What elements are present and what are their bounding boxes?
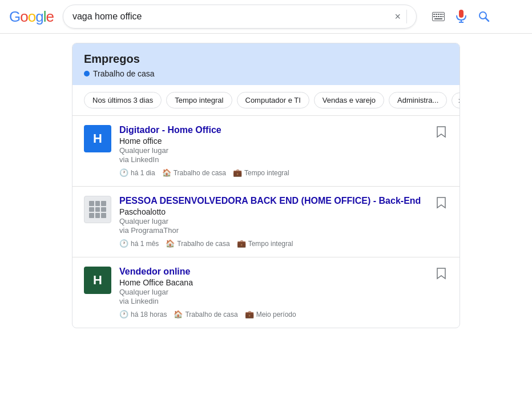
job-title-3[interactable]: Vendedor online	[119, 267, 426, 277]
search-bar: ×	[63, 5, 417, 29]
clock-icon: 🕐	[119, 168, 128, 177]
job-item: H Digitador - Home Office Home office Qu…	[72, 116, 460, 187]
chip-recent[interactable]: Nos últimos 3 dias	[84, 92, 162, 108]
svg-rect-7	[436, 16, 437, 17]
job-contract-text-3: Meio período	[256, 311, 296, 319]
job-via-1: via LinkedIn	[119, 155, 426, 164]
job-worktype-1: 🏠 Trabalho de casa	[162, 168, 226, 177]
chip-sales[interactable]: Vendas e varejo	[314, 92, 384, 108]
job-logo-1: H	[84, 125, 111, 152]
house-icon: 🏠	[162, 168, 171, 177]
clock-icon-2: 🕐	[119, 239, 128, 248]
job-meta-1: 🕐 há 1 dia 🏠 Trabalho de casa 💼 Tempo in…	[119, 168, 426, 177]
chips-next-button[interactable]: ›	[452, 92, 460, 108]
job-contract-1: 💼 Tempo integral	[233, 168, 289, 177]
svg-rect-8	[438, 16, 440, 17]
job-time-text-1: há 1 dia	[131, 169, 155, 177]
bookmark-button-3[interactable]	[434, 267, 448, 280]
job-item-3: H Vendedor online Home Office Bacana Qua…	[72, 257, 460, 328]
job-item-2: PESSOA DESENVOLVEDORA BACK END (HOME OFF…	[72, 187, 460, 257]
svg-rect-1	[433, 14, 435, 15]
results-container: Empregos Trabalho de casa Nos últimos 3 …	[72, 43, 460, 328]
svg-rect-4	[440, 14, 442, 15]
svg-rect-11	[434, 18, 442, 19]
job-location-2: Qualquer lugar	[119, 217, 426, 225]
job-logo-3: H	[84, 267, 111, 294]
blue-dot-icon	[84, 71, 90, 76]
job-location-1: Qualquer lugar	[119, 146, 426, 155]
clear-icon[interactable]: ×	[394, 11, 401, 23]
house-icon-3: 🏠	[174, 310, 183, 319]
job-worktype-text-2: Trabalho de casa	[177, 240, 229, 248]
jobs-subtitle-text: Trabalho de casa	[93, 69, 155, 78]
filter-row: Nos últimos 3 dias Tempo integral Comput…	[72, 85, 460, 116]
bag-icon-3: 💼	[245, 310, 254, 319]
job-company-1: Home office	[119, 136, 426, 146]
svg-line-16	[485, 18, 489, 22]
job-company-3: Home Office Bacana	[119, 278, 426, 287]
jobs-subtitle: Trabalho de casa	[84, 69, 448, 78]
job-worktype-text-3: Trabalho de casa	[185, 311, 237, 319]
header-icons	[430, 9, 492, 25]
google-logo: Google	[9, 8, 54, 26]
job-details-1: Digitador - Home Office Home office Qual…	[119, 125, 426, 177]
job-worktype-3: 🏠 Trabalho de casa	[174, 310, 237, 319]
bag-icon-2: 💼	[237, 239, 246, 248]
job-time-3: 🕐 há 18 horas	[119, 310, 167, 319]
job-contract-text-2: Tempo integral	[248, 240, 293, 248]
chip-admin[interactable]: Administra...	[389, 92, 447, 108]
job-company-2: Paschoalotto	[119, 207, 426, 216]
svg-rect-6	[433, 16, 435, 17]
svg-rect-10	[442, 16, 444, 17]
jobs-card: Empregos Trabalho de casa Nos últimos 3 …	[72, 43, 460, 328]
job-details-3: Vendedor online Home Office Bacana Qualq…	[119, 267, 426, 319]
main: Empregos Trabalho de casa Nos últimos 3 …	[0, 34, 532, 337]
bookmark-button-1[interactable]	[434, 125, 448, 139]
svg-rect-12	[459, 10, 464, 18]
jobs-header: Empregos Trabalho de casa	[72, 43, 460, 85]
jobs-title: Empregos	[84, 53, 448, 66]
job-logo-2	[84, 196, 111, 223]
clock-icon-3: 🕐	[119, 310, 128, 319]
search-input[interactable]	[72, 11, 389, 22]
chip-tech[interactable]: Computador e TI	[237, 92, 309, 108]
bookmark-button-2[interactable]	[434, 196, 448, 209]
search-submit-icon[interactable]	[476, 9, 492, 25]
job-contract-2: 💼 Tempo integral	[237, 239, 293, 248]
job-contract-text-1: Tempo integral	[244, 169, 289, 177]
job-worktype-2: 🏠 Trabalho de casa	[166, 239, 229, 248]
keyboard-icon[interactable]	[430, 9, 446, 25]
job-contract-3: 💼 Meio período	[245, 310, 296, 319]
job-time-1: 🕐 há 1 dia	[119, 168, 155, 177]
job-time-text-2: há 1 mês	[131, 240, 159, 248]
job-meta-2: 🕐 há 1 mês 🏠 Trabalho de casa 💼 Tempo in…	[119, 239, 426, 248]
svg-rect-5	[442, 14, 444, 15]
svg-rect-3	[438, 14, 440, 15]
job-worktype-text-1: Trabalho de casa	[174, 169, 226, 177]
search-divider	[406, 10, 407, 23]
job-location-3: Qualquer lugar	[119, 288, 426, 296]
job-via-2: via ProgramaThor	[119, 226, 426, 235]
job-details-2: PESSOA DESENVOLVEDORA BACK END (HOME OFF…	[119, 196, 426, 248]
house-icon-2: 🏠	[166, 239, 175, 248]
job-title-2[interactable]: PESSOA DESENVOLVEDORA BACK END (HOME OFF…	[119, 196, 426, 206]
job-time-2: 🕐 há 1 mês	[119, 239, 159, 248]
job-meta-3: 🕐 há 18 horas 🏠 Trabalho de casa 💼 Meio …	[119, 310, 426, 319]
grid-icon	[89, 201, 106, 218]
bag-icon: 💼	[233, 168, 242, 177]
svg-rect-9	[440, 16, 442, 17]
job-time-text-3: há 18 horas	[131, 311, 167, 319]
svg-rect-2	[436, 14, 437, 15]
microphone-icon[interactable]	[453, 9, 469, 25]
header: Google ×	[0, 0, 532, 34]
job-title-1[interactable]: Digitador - Home Office	[119, 125, 426, 135]
job-via-3: via Linkedin	[119, 297, 426, 305]
chip-full-time[interactable]: Tempo integral	[166, 92, 232, 108]
